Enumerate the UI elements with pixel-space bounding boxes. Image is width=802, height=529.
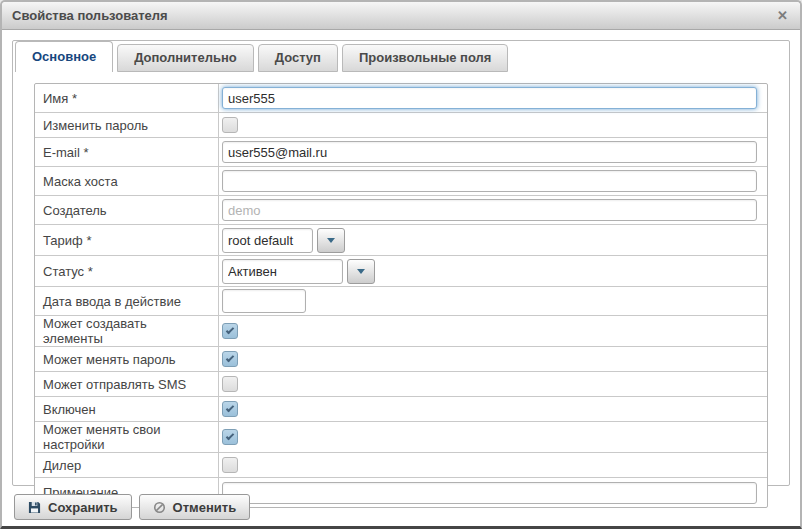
- dealer-checkbox[interactable]: [222, 457, 238, 473]
- form-row-can-change-password: Может менять пароль: [35, 347, 767, 372]
- check-icon: [226, 432, 234, 440]
- tariff-combo: [222, 228, 345, 253]
- user-properties-dialog: Свойства пользователя ✕ ОсновноеДополнит…: [0, 0, 802, 529]
- name-label: Имя *: [35, 84, 219, 112]
- form-row-can-create-items: Может создавать элементы: [35, 316, 767, 347]
- tab-main[interactable]: Основное: [15, 41, 113, 72]
- status-label: Статус *: [35, 256, 219, 286]
- cancel-button[interactable]: Отменить: [139, 494, 251, 520]
- tab-panel: ОсновноеДополнительноДоступПроизвольные …: [12, 40, 790, 486]
- status-combo: [222, 259, 375, 284]
- can-change-password-label: Может менять пароль: [35, 347, 219, 371]
- save-icon: [28, 501, 41, 514]
- enabled-field: [219, 397, 767, 421]
- form-row-tariff: Тариф *: [35, 225, 767, 256]
- check-icon: [226, 354, 234, 362]
- enabled-label: Включен: [35, 397, 219, 421]
- tab-access[interactable]: Доступ: [258, 44, 338, 72]
- tariff-field: [219, 225, 767, 255]
- cancel-icon: [153, 501, 166, 514]
- note-input[interactable]: [222, 482, 757, 504]
- can-send-sms-field: [219, 372, 767, 396]
- can-change-password-checkbox[interactable]: [222, 351, 238, 367]
- form-row-email: E-mail *: [35, 138, 767, 167]
- can-send-sms-label: Может отправлять SMS: [35, 372, 219, 396]
- activation-date-input[interactable]: [222, 289, 306, 313]
- can-change-settings-field: [219, 422, 767, 452]
- form-row-activation-date: Дата ввода в действие: [35, 287, 767, 316]
- host-mask-field: [219, 167, 767, 195]
- check-icon: [226, 326, 234, 334]
- dialog-titlebar: Свойства пользователя ✕: [2, 2, 800, 30]
- creator-label: Создатель: [35, 196, 219, 224]
- activation-date-field: [219, 287, 767, 315]
- email-input[interactable]: [222, 141, 757, 163]
- enabled-checkbox[interactable]: [222, 401, 238, 417]
- form-row-status: Статус *: [35, 256, 767, 287]
- tab-bar: ОсновноеДополнительноДоступПроизвольные …: [13, 41, 789, 72]
- form-row-change-password: Изменить пароль: [35, 113, 767, 138]
- dealer-field: [219, 453, 767, 477]
- email-field: [219, 138, 767, 166]
- tariff-label: Тариф *: [35, 225, 219, 255]
- name-field: [219, 84, 767, 112]
- form-row-creator: Создатель: [35, 196, 767, 225]
- can-create-items-field: [219, 316, 767, 346]
- bottom-toolbar: СохранитьОтменить: [14, 494, 250, 520]
- close-icon[interactable]: ✕: [775, 7, 790, 24]
- host-mask-input[interactable]: [222, 170, 757, 192]
- cancel-button-label: Отменить: [173, 500, 237, 515]
- form-row-enabled: Включен: [35, 397, 767, 422]
- activation-date-label: Дата ввода в действие: [35, 287, 219, 315]
- save-button[interactable]: Сохранить: [14, 494, 132, 520]
- form-row-can-change-settings: Может менять свои настройки: [35, 422, 767, 453]
- change-password-field: [219, 113, 767, 137]
- creator-field: [219, 196, 767, 224]
- tab-custom[interactable]: Произвольные поля: [342, 44, 508, 72]
- note-field: [219, 478, 767, 507]
- creator-input: [222, 199, 757, 221]
- form-row-name: Имя *: [35, 84, 767, 113]
- can-send-sms-checkbox[interactable]: [222, 376, 238, 392]
- change-password-label: Изменить пароль: [35, 113, 219, 137]
- can-create-items-label: Может создавать элементы: [35, 316, 219, 346]
- name-input[interactable]: [222, 87, 757, 109]
- tariff-dropdown-arrow-icon[interactable]: [317, 228, 345, 253]
- dialog-title: Свойства пользователя: [12, 8, 168, 23]
- can-change-settings-checkbox[interactable]: [222, 429, 238, 445]
- status-dropdown-arrow-icon[interactable]: [347, 259, 375, 284]
- tariff-combo-input[interactable]: [222, 228, 313, 253]
- save-button-label: Сохранить: [48, 500, 118, 515]
- form-row-can-send-sms: Может отправлять SMS: [35, 372, 767, 397]
- form-table: Имя *Изменить парольE-mail *Маска хостаС…: [34, 83, 768, 508]
- status-field: [219, 256, 767, 286]
- form-row-dealer: Дилер: [35, 453, 767, 478]
- email-label: E-mail *: [35, 138, 219, 166]
- panel-body: Имя *Изменить парольE-mail *Маска хостаС…: [13, 83, 789, 508]
- can-change-password-field: [219, 347, 767, 371]
- can-create-items-checkbox[interactable]: [222, 323, 238, 339]
- host-mask-label: Маска хоста: [35, 167, 219, 195]
- can-change-settings-label: Может менять свои настройки: [35, 422, 219, 452]
- change-password-checkbox[interactable]: [222, 117, 238, 133]
- form-row-host-mask: Маска хоста: [35, 167, 767, 196]
- check-icon: [226, 404, 234, 412]
- status-combo-input[interactable]: [222, 259, 343, 284]
- dealer-label: Дилер: [35, 453, 219, 477]
- tab-extra[interactable]: Дополнительно: [117, 44, 254, 72]
